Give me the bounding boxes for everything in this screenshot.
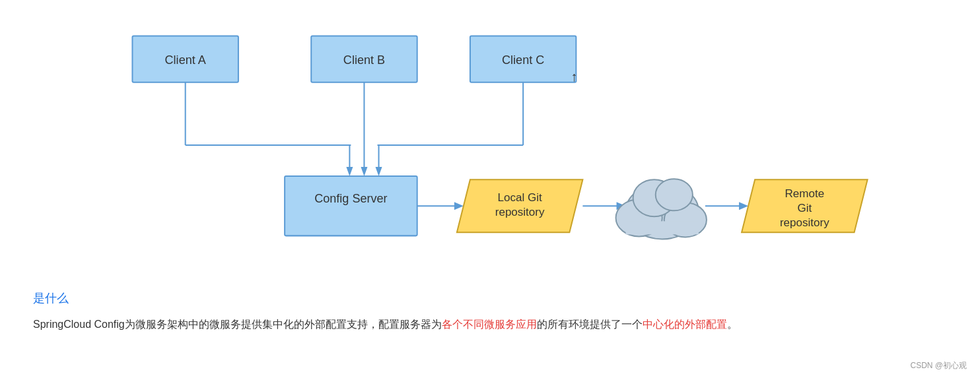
body-suffix-inline: 外部配置 (685, 319, 727, 330)
watermark: CSDN @初心观 (910, 360, 967, 371)
svg-point-25 (656, 179, 693, 210)
svg-marker-10 (346, 167, 353, 176)
text-section: 是什么 SpringCloud Config为微服务架构中的微服务提供集中化的外… (26, 290, 954, 333)
svg-rect-26 (626, 221, 699, 234)
svg-marker-17 (454, 202, 464, 210)
highlight1: 各个不同微服务应用 (442, 319, 537, 330)
section-title: 是什么 (33, 290, 947, 306)
body-middle: 的所有环境提供了一个 (537, 319, 643, 330)
client-a-label: Client A (165, 53, 206, 67)
body-prefix: SpringCloud Config为微服务架构中的微服务提供集中化的外部配置支… (33, 319, 442, 330)
body-text: SpringCloud Config为微服务架构中的微服务提供集中化的外部配置支… (33, 315, 947, 333)
diagram-area: Client A Client B Client C ↑ Config Serv… (26, 13, 954, 284)
local-git-line2: repository (495, 206, 545, 218)
body-end: 。 (727, 319, 738, 330)
remote-git-line2: Git (797, 202, 812, 214)
remote-git-line1: Remote (785, 187, 825, 200)
client-c-label: Client C (502, 53, 544, 67)
svg-marker-28 (739, 202, 748, 210)
svg-marker-14 (376, 167, 382, 176)
client-b-label: Client B (343, 53, 385, 67)
cloud-shape (616, 179, 707, 239)
svg-marker-12 (361, 167, 367, 176)
remote-git-line3: repository (780, 216, 829, 229)
highlight2: 中心化的 (643, 319, 685, 330)
local-git-line1: Local Git (498, 191, 542, 204)
svg-rect-15 (285, 176, 417, 236)
svg-text:↑: ↑ (571, 69, 577, 84)
config-server-label: Config Server (314, 192, 387, 205)
